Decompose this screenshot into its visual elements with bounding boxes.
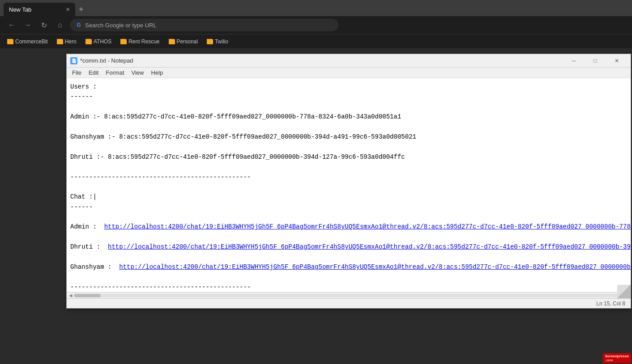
bookmark-label: ATHOS bbox=[94, 38, 111, 45]
tab-list: New Tab ✕ + bbox=[4, 0, 87, 16]
text-line: Admin :- 8:acs:595d277c-d7cc-41e0-820f-5… bbox=[70, 113, 401, 120]
text-line: Dhruti :- 8:acs:595d277c-d7cc-41e0-820f-… bbox=[70, 153, 405, 161]
scroll-left-arrow[interactable]: ◀ bbox=[68, 293, 74, 298]
window-controls: ─ □ ✕ bbox=[564, 55, 627, 67]
cursor-position: Ln 15, Col 8 bbox=[596, 301, 625, 307]
forward-button[interactable]: → bbox=[21, 19, 34, 31]
bookmark-personal[interactable]: Personal bbox=[165, 37, 201, 46]
text-line: ----------------------------------------… bbox=[70, 284, 251, 291]
text-line: ------ bbox=[70, 93, 93, 100]
menu-view[interactable]: View bbox=[128, 68, 148, 77]
bookmark-hero[interactable]: Hero bbox=[53, 37, 80, 46]
notepad-titlebar: 📄 *comm.txt - Notepad ─ □ ✕ bbox=[67, 54, 631, 68]
address-bar[interactable]: G Search Google or type URL bbox=[70, 19, 338, 31]
bookmark-label: Rent Rescue bbox=[128, 38, 159, 45]
tab-title: New Tab bbox=[9, 6, 31, 13]
notepad-statusbar: Ln 15, Col 8 bbox=[67, 298, 631, 308]
bookmark-commercebit[interactable]: CommerceBit bbox=[4, 37, 51, 46]
notepad-window: 📄 *comm.txt - Notepad ─ □ ✕ File Edit Fo… bbox=[66, 54, 631, 309]
text-line: Chat : bbox=[70, 193, 97, 200]
menu-help[interactable]: Help bbox=[147, 68, 167, 77]
scrollbar-thumb[interactable] bbox=[74, 294, 101, 297]
horizontal-scrollbar[interactable]: ◀ ▶ bbox=[67, 292, 631, 298]
bookmarks-bar: CommerceBit Hero ATHOS Rent Rescue Perso… bbox=[0, 34, 632, 48]
bookmark-twilio[interactable]: Twilio bbox=[203, 37, 232, 46]
screenpresso-watermark: Screenpresso .com bbox=[603, 353, 631, 363]
text-line: ------ bbox=[70, 203, 93, 211]
back-button[interactable]: ← bbox=[5, 19, 18, 31]
folder-icon bbox=[57, 39, 63, 44]
bookmark-label: CommerceBit bbox=[15, 38, 48, 45]
screenpresso-line1: Screenpresso bbox=[605, 354, 629, 358]
bookmark-label: Personal bbox=[177, 38, 198, 45]
url-link[interactable]: http://localhost:4200/chat/19:EiHB3WHYH5… bbox=[104, 223, 631, 230]
tab-close-button[interactable]: ✕ bbox=[66, 7, 70, 13]
folder-icon bbox=[7, 39, 13, 44]
bookmark-athos[interactable]: ATHOS bbox=[82, 37, 115, 46]
address-bar-text: Search Google or type URL bbox=[85, 22, 157, 29]
scrollbar-track[interactable] bbox=[74, 294, 623, 297]
notepad-app-icon: 📄 bbox=[70, 57, 77, 64]
notepad-text-area[interactable]: Users : ------ Admin :- 8:acs:595d277c-d… bbox=[67, 78, 631, 292]
menu-format[interactable]: Format bbox=[102, 68, 128, 77]
url-link[interactable]: http://localhost:4200/chat/19:EiHB3WHYH5… bbox=[108, 243, 631, 250]
text-line: Ghanshyam :- 8:acs:595d277c-d7cc-41e0-82… bbox=[70, 133, 416, 140]
minimize-button[interactable]: ─ bbox=[564, 55, 584, 67]
folder-icon bbox=[207, 39, 213, 44]
bookmark-rent-rescue[interactable]: Rent Rescue bbox=[117, 37, 163, 46]
text-line: Dhruti : http://localhost:4200/chat/19:E… bbox=[70, 243, 631, 250]
text-line: Ghanshyam : http://localhost:4200/chat/1… bbox=[70, 263, 631, 271]
active-tab[interactable]: New Tab ✕ bbox=[4, 3, 75, 16]
maximize-button[interactable]: □ bbox=[585, 55, 606, 67]
text-cursor bbox=[93, 193, 96, 200]
notepad-title: *comm.txt - Notepad bbox=[80, 57, 561, 64]
text-line: Admin : http://localhost:4200/chat/19:Ei… bbox=[70, 223, 631, 230]
google-logo-icon: G bbox=[75, 21, 82, 29]
folder-icon bbox=[120, 39, 127, 44]
screenpresso-line2: .com bbox=[605, 358, 629, 362]
folder-icon bbox=[169, 39, 175, 44]
url-link[interactable]: http://localhost:4200/chat/19:EiHB3WHYH5… bbox=[119, 263, 631, 271]
refresh-button[interactable]: ↻ bbox=[38, 19, 50, 31]
browser-content: 📄 *comm.txt - Notepad ─ □ ✕ File Edit Fo… bbox=[0, 48, 632, 364]
bookmark-label: Twilio bbox=[215, 38, 228, 45]
chrome-tab-strip: New Tab ✕ + bbox=[0, 0, 632, 16]
folder-icon bbox=[85, 39, 92, 44]
text-line: ----------------------------------------… bbox=[70, 174, 251, 181]
bookmark-label: Hero bbox=[65, 38, 77, 45]
menu-edit[interactable]: Edit bbox=[85, 68, 102, 77]
address-row: ← → ↻ ⌂ G Search Google or type URL bbox=[0, 16, 632, 34]
menu-file[interactable]: File bbox=[68, 68, 85, 77]
notepad-menubar: File Edit Format View Help bbox=[67, 68, 631, 78]
home-button[interactable]: ⌂ bbox=[54, 19, 66, 31]
text-line: Users : bbox=[70, 83, 97, 90]
fold-corner-decoration bbox=[617, 285, 631, 298]
new-tab-button[interactable]: + bbox=[75, 3, 87, 16]
close-button[interactable]: ✕ bbox=[606, 55, 627, 67]
